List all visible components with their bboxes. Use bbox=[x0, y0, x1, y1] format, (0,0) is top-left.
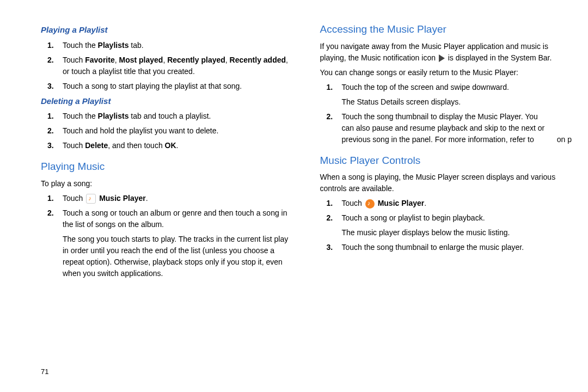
list-accessing-player: Touch the top of the screen and swipe do… bbox=[320, 82, 572, 145]
bold: Recently added bbox=[230, 56, 286, 64]
list-player-controls: Touch Music Player. Touch a song or play… bbox=[320, 198, 572, 253]
list-item: Touch a song or touch an album or genre … bbox=[41, 207, 293, 279]
paragraph: The Status Details screen displays. bbox=[342, 96, 572, 108]
text: , and then touch bbox=[108, 141, 164, 150]
list-playing-music: Touch Music Player. Touch a song or touc… bbox=[41, 193, 293, 279]
text: , bbox=[225, 56, 230, 64]
text: Touch the bbox=[63, 112, 98, 120]
list-item: Touch the top of the screen and swipe do… bbox=[320, 82, 572, 108]
list-deleting-playlist: Touch the Playlists tab and touch a play… bbox=[41, 111, 293, 151]
list-item: Touch a song to start playing the playli… bbox=[41, 81, 293, 92]
paragraph: The song you touch starts to play. The t… bbox=[63, 234, 293, 279]
text: Touch the top of the screen and swipe do… bbox=[342, 83, 509, 91]
heading-playing-music: Playing Music bbox=[41, 159, 293, 175]
bold: Music Player bbox=[97, 194, 146, 203]
subheading-deleting-playlist: Deleting a Playlist bbox=[41, 95, 293, 108]
text: Touch bbox=[63, 141, 85, 150]
list-item: Touch a song or playlist to begin playba… bbox=[320, 212, 572, 238]
bold: Most played bbox=[119, 56, 163, 64]
bold: Playlists bbox=[98, 41, 129, 50]
page-number: 71 bbox=[41, 366, 48, 377]
bold: Delete bbox=[85, 141, 108, 150]
paragraph: When a song is playing, the Music Player… bbox=[320, 171, 572, 194]
text: Touch a song or playlist to begin playba… bbox=[342, 213, 485, 222]
list-item: Touch Favorite, Most played, Recently pl… bbox=[41, 54, 293, 77]
text: tab and touch a playlist. bbox=[128, 112, 211, 120]
text: Touch bbox=[63, 194, 85, 203]
heading-accessing-player: Accessing the Music Player bbox=[320, 22, 572, 38]
list-item: Touch the Playlists tab and touch a play… bbox=[41, 111, 293, 122]
text: , bbox=[115, 56, 119, 64]
list-item: Touch and hold the playlist you want to … bbox=[41, 125, 293, 137]
right-column: Accessing the Music Player If you naviga… bbox=[320, 22, 572, 283]
list-item: Touch the song thumbnail to display the … bbox=[320, 111, 572, 145]
bold: Music Player bbox=[376, 199, 425, 207]
list-item: Touch Music Player. bbox=[41, 193, 293, 204]
left-column: Playing a Playlist Touch the Playlists t… bbox=[41, 22, 293, 283]
paragraph: To play a song: bbox=[41, 178, 293, 189]
music-player-app-icon bbox=[86, 194, 96, 204]
paragraph: You can change songs or easily return to… bbox=[320, 67, 572, 78]
text: is displayed in the System Bar. bbox=[446, 53, 552, 62]
bold: Playlists bbox=[98, 112, 129, 120]
text: . bbox=[176, 141, 179, 150]
music-player-app-icon bbox=[365, 199, 375, 209]
text: . bbox=[146, 194, 148, 203]
paragraph: The music player displays below the musi… bbox=[342, 227, 572, 238]
manual-page: Playing a Playlist Touch the Playlists t… bbox=[0, 0, 588, 293]
text: Touch the song thumbnail to display the … bbox=[342, 111, 546, 145]
paragraph: If you navigate away from the Music Play… bbox=[320, 41, 572, 64]
list-playing-playlist: Touch the Playlists tab. Touch Favorite,… bbox=[41, 40, 293, 92]
bold: OK bbox=[165, 141, 176, 150]
list-item: Touch the Playlists tab. bbox=[41, 40, 293, 51]
play-notification-icon bbox=[439, 54, 445, 62]
text-cutoff: on p bbox=[557, 134, 572, 145]
list-item: Touch Delete, and then touch OK. bbox=[41, 140, 293, 151]
text: Touch the bbox=[63, 41, 98, 50]
subheading-playing-playlist: Playing a Playlist bbox=[41, 24, 293, 36]
heading-player-controls: Music Player Controls bbox=[320, 153, 572, 169]
text: Touch a song or touch an album or genre … bbox=[63, 209, 287, 229]
bold: Favorite bbox=[85, 56, 114, 64]
text: tab. bbox=[128, 41, 143, 50]
list-item: Touch Music Player. bbox=[320, 198, 572, 209]
text: Touch bbox=[63, 56, 85, 64]
text: Touch bbox=[342, 199, 364, 207]
bold: Recently played bbox=[167, 56, 225, 64]
list-item: Touch the song thumbnail to enlarge the … bbox=[320, 242, 572, 253]
text: . bbox=[424, 199, 426, 207]
